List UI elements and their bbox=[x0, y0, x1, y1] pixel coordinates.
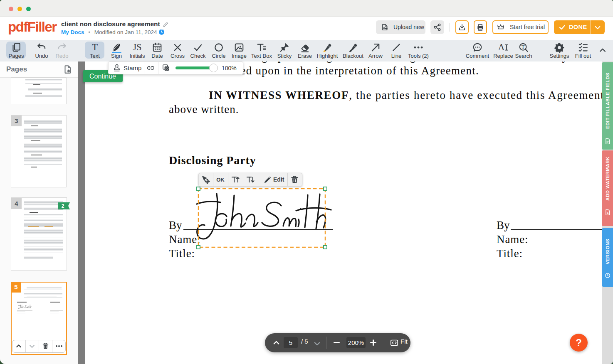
svg-text:A: A bbox=[607, 212, 609, 215]
svg-text:2: 2 bbox=[62, 203, 64, 209]
svg-text:T: T bbox=[92, 42, 98, 52]
svg-text:A: A bbox=[498, 42, 504, 52]
svg-text:T: T bbox=[522, 44, 525, 50]
